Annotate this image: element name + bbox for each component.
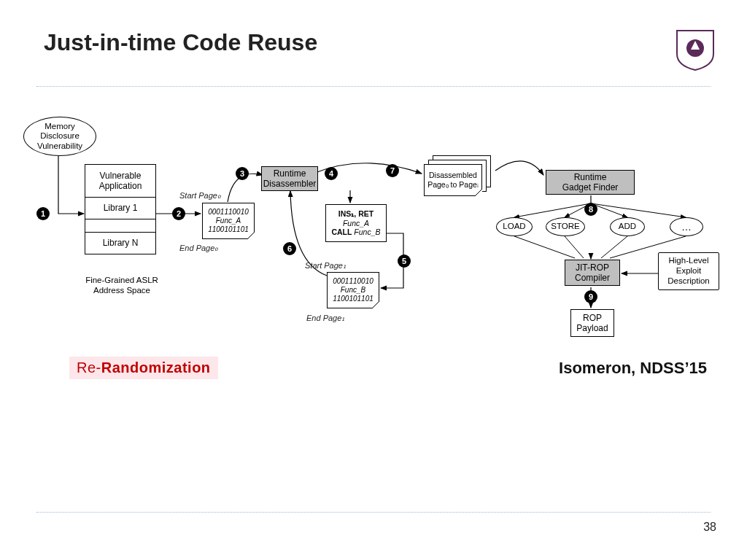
step-8: 8 bbox=[584, 203, 597, 216]
divider-bottom bbox=[36, 512, 711, 513]
page-title: Just-in-time Code Reuse bbox=[44, 29, 317, 56]
node-memory-vuln: Memory Disclosure Vulnerability bbox=[23, 117, 96, 156]
node-gadget-finder: Runtime Gadget Finder bbox=[546, 170, 635, 195]
label-start-page0: Start Page₀ bbox=[179, 191, 220, 201]
node-page0: 0001110010 Func_A 1100101101 bbox=[202, 203, 255, 239]
divider-top bbox=[36, 86, 711, 87]
page-number: 38 bbox=[703, 521, 716, 534]
university-logo-icon bbox=[674, 28, 716, 71]
node-ins-ret: INS₁, RET Func_A CALL Func_B bbox=[325, 204, 387, 242]
node-library-n: Library N bbox=[85, 233, 156, 254]
step-9: 9 bbox=[584, 290, 597, 303]
step-4: 4 bbox=[325, 167, 338, 180]
node-library-1: Library 1 bbox=[85, 198, 156, 219]
node-library-gap bbox=[85, 219, 156, 233]
step-7: 7 bbox=[386, 164, 399, 177]
node-page1: 0001110010 Func_B 1100101101 bbox=[327, 272, 379, 308]
step-1: 1 bbox=[36, 207, 50, 220]
node-vulnerable-app: Vulnerable Application bbox=[85, 164, 156, 198]
node-more: … bbox=[670, 217, 703, 236]
label-start-page1: Start Page₁ bbox=[305, 261, 346, 271]
node-runtime-disassembler: Runtime Disassembler bbox=[261, 166, 318, 191]
label-end-page1: End Page₁ bbox=[306, 314, 344, 323]
node-rop-payload: ROP Payload bbox=[570, 309, 614, 337]
node-add: ADD bbox=[610, 217, 645, 236]
node-store: STORE bbox=[546, 217, 585, 236]
label-end-page0: End Page₀ bbox=[179, 244, 217, 253]
node-load: LOAD bbox=[496, 217, 533, 236]
node-address-space: Vulnerable Application Library 1 Library… bbox=[85, 164, 156, 254]
highlight-rerandomization: Re-Randomization bbox=[69, 357, 218, 379]
node-exploit-description: High-Level Exploit Description bbox=[658, 252, 719, 290]
step-2: 2 bbox=[172, 207, 185, 220]
step-5: 5 bbox=[398, 254, 411, 268]
node-disassembled-pages: Disassembled Page₀ to Pageᵢ bbox=[424, 164, 482, 196]
label-aslr: Fine-Grained ASLR Address Space bbox=[82, 276, 162, 296]
citation: Isomeron, NDSS’15 bbox=[559, 359, 707, 378]
step-3: 3 bbox=[236, 167, 249, 180]
step-6: 6 bbox=[283, 242, 296, 255]
node-jit-rop: JIT-ROP Compiler bbox=[565, 260, 620, 286]
